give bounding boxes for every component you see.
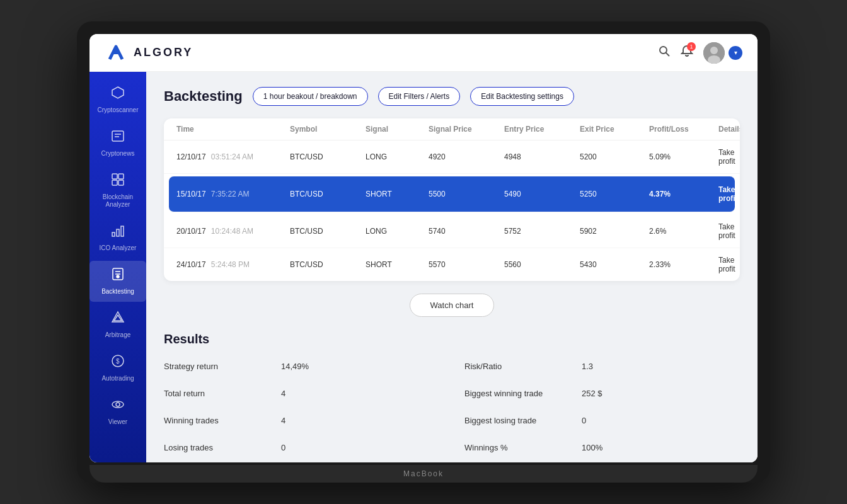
biggest-winning-value: 252 $ bbox=[573, 384, 740, 403]
svg-rect-9 bbox=[112, 174, 117, 179]
table-row[interactable]: 12/10/17 03:51:24 AM BTC/USD LONG 4920 4… bbox=[164, 140, 740, 174]
risk-ratio-label: Risk/Ratio bbox=[464, 362, 565, 371]
edit-settings-button[interactable]: Edit Backtesting settings bbox=[470, 87, 574, 106]
sidebar-item-autotrading-label: Autotrading bbox=[101, 375, 134, 382]
row-profit: 2.33% bbox=[649, 260, 718, 269]
biggest-winning-label: Biggest winning trade bbox=[464, 389, 565, 398]
row-profit: 2.6% bbox=[649, 227, 718, 236]
col-details: Details bbox=[718, 125, 740, 134]
row-signal-price: 4920 bbox=[429, 152, 504, 161]
winning-trades-value: 4 bbox=[272, 411, 439, 430]
avatar-button[interactable]: ▾ bbox=[703, 42, 742, 64]
svg-point-3 bbox=[710, 47, 718, 54]
row-time: 15/10/17 7:35:22 AM bbox=[176, 190, 290, 198]
sidebar-item-viewer[interactable]: Viewer bbox=[89, 391, 146, 432]
logo: ALGORY bbox=[105, 42, 193, 64]
biggest-losing-value: 0 bbox=[573, 411, 740, 430]
col-signal: Signal bbox=[366, 125, 429, 134]
results-title: Results bbox=[164, 332, 740, 346]
logo-icon bbox=[105, 42, 127, 64]
row-signal-price: 5500 bbox=[429, 190, 504, 198]
row-entry-price: 5560 bbox=[504, 260, 580, 269]
losing-trades-label: Losing trades bbox=[164, 443, 265, 452]
sidebar-item-blockchain-label: Blockchain Analyzer bbox=[95, 193, 141, 209]
backtesting-icon bbox=[111, 267, 125, 284]
avatar-dropdown-icon[interactable]: ▾ bbox=[729, 46, 742, 60]
result-row-risk-ratio: Risk/Ratio 1.3 bbox=[464, 357, 740, 376]
search-button[interactable] bbox=[658, 45, 671, 60]
row-symbol: BTC/USD bbox=[290, 152, 366, 161]
col-time: Time bbox=[176, 125, 290, 134]
cryptonews-icon bbox=[111, 129, 125, 146]
row-exit-price: 5902 bbox=[580, 227, 649, 236]
watch-chart-button[interactable]: Watch chart bbox=[410, 294, 495, 317]
row-entry-price: 4948 bbox=[504, 152, 580, 161]
row-profit: 5.09% bbox=[649, 152, 718, 161]
sidebar-item-ico-label: ICO Analyzer bbox=[100, 244, 137, 252]
sidebar-item-ico-analyzer[interactable]: ICO Analyzer bbox=[89, 217, 146, 258]
sidebar-item-cryptoscanner[interactable]: Cryptoscanner bbox=[89, 79, 146, 120]
row-profit: 4.37% bbox=[649, 190, 718, 198]
page-header: Backtesting 1 hour beakout / breakdown E… bbox=[164, 87, 740, 106]
row-details: Take profit bbox=[718, 185, 738, 203]
row-entry-price: 5752 bbox=[504, 227, 580, 236]
row-signal-price: 5740 bbox=[429, 227, 504, 236]
sidebar-item-blockchain-analyzer[interactable]: Blockchain Analyzer bbox=[89, 166, 146, 215]
result-row-strategy-return: Strategy return 14,49% bbox=[164, 357, 439, 376]
result-row-biggest-winning: Biggest winning trade 252 $ bbox=[464, 384, 740, 403]
row-entry-price: 5490 bbox=[504, 190, 580, 198]
result-row-total-return: Total return 4 bbox=[164, 384, 439, 403]
svg-rect-13 bbox=[112, 232, 115, 236]
row-time: 24/10/17 5:24:48 PM bbox=[176, 260, 290, 269]
blockchain-analyzer-icon bbox=[111, 173, 125, 190]
autotrading-icon: $ bbox=[111, 354, 125, 371]
winnings-pct-label: Winnings % bbox=[464, 443, 565, 452]
notification-button[interactable]: 1 bbox=[681, 45, 693, 60]
svg-line-1 bbox=[666, 53, 670, 57]
sidebar-item-viewer-label: Viewer bbox=[108, 418, 127, 426]
results-grid: Strategy return 14,49% Total return 4 Wi… bbox=[164, 357, 740, 457]
strategy-return-value: 14,49% bbox=[272, 357, 439, 376]
sidebar-item-backtesting[interactable]: Backtesting bbox=[89, 261, 146, 302]
sidebar-item-cryptoscanner-label: Cryptoscanner bbox=[97, 106, 138, 114]
row-details: Take profit bbox=[718, 256, 735, 273]
table-row[interactable]: 15/10/17 7:35:22 AM BTC/USD SHORT 5500 5… bbox=[169, 176, 735, 212]
col-exit-price: Exit Price bbox=[580, 125, 649, 134]
sidebar-item-backtesting-label: Backtesting bbox=[101, 288, 134, 295]
strategy-return-label: Strategy return bbox=[164, 362, 265, 371]
col-profit-loss: Profit/Loss bbox=[649, 125, 718, 134]
backtesting-table: Time Symbol Signal Signal Price Entry Pr… bbox=[164, 118, 740, 281]
topbar-actions: 1 ▾ bbox=[658, 42, 742, 64]
svg-point-25 bbox=[116, 403, 120, 406]
sidebar-item-cryptonews[interactable]: Cryptonews bbox=[89, 123, 146, 164]
table-row[interactable]: 24/10/17 5:24:48 PM BTC/USD SHORT 5570 5… bbox=[164, 248, 740, 281]
winning-trades-label: Winning trades bbox=[164, 416, 265, 425]
watch-chart-section: Watch chart bbox=[164, 294, 740, 317]
total-return-value: 4 bbox=[272, 384, 439, 403]
sidebar-item-cryptonews-label: Cryptonews bbox=[101, 150, 135, 158]
edit-filters-button[interactable]: Edit Filters / Alerts bbox=[378, 87, 461, 106]
viewer-icon bbox=[111, 398, 125, 415]
result-row-winnings-pct: Winnings % 100% bbox=[464, 438, 740, 457]
sidebar-item-arbitrage[interactable]: Arbitrage bbox=[89, 304, 146, 345]
table-header: Time Symbol Signal Signal Price Entry Pr… bbox=[164, 118, 740, 140]
row-signal: LONG bbox=[366, 227, 429, 236]
row-signal-price: 5570 bbox=[429, 260, 504, 269]
row-exit-price: 5200 bbox=[580, 152, 649, 161]
sidebar-item-arbitrage-label: Arbitrage bbox=[105, 331, 131, 339]
svg-rect-6 bbox=[112, 131, 124, 141]
col-signal-price: Signal Price bbox=[429, 125, 504, 134]
filter-button[interactable]: 1 hour beakout / breakdown bbox=[253, 87, 368, 106]
logo-text: ALGORY bbox=[134, 46, 193, 59]
result-row-losing-trades: Losing trades 0 bbox=[164, 438, 439, 457]
svg-point-0 bbox=[660, 47, 667, 54]
sidebar-item-autotrading[interactable]: $ Autotrading bbox=[89, 348, 146, 389]
result-row-biggest-losing: Biggest losing trade 0 bbox=[464, 411, 740, 430]
result-row-winning-trades: Winning trades 4 bbox=[164, 411, 439, 430]
table-row[interactable]: 20/10/17 10:24:48 AM BTC/USD LONG 5740 5… bbox=[164, 215, 740, 248]
svg-marker-5 bbox=[112, 87, 124, 98]
notification-badge: 1 bbox=[687, 42, 696, 51]
winnings-pct-value: 100% bbox=[573, 438, 740, 457]
row-signal: LONG bbox=[366, 152, 429, 161]
page-title: Backtesting bbox=[164, 88, 243, 105]
